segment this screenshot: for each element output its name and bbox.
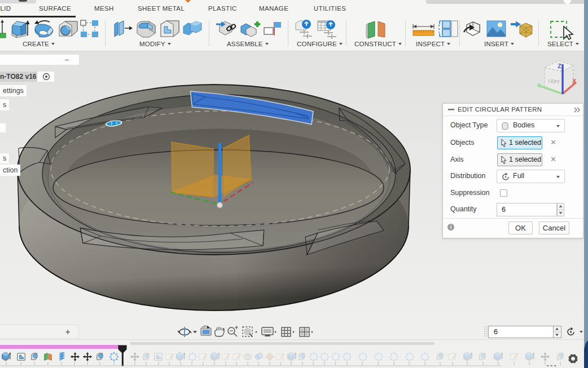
svg-text:X: X: [572, 78, 577, 85]
svg-text:Y: Y: [537, 82, 542, 89]
svg-text:Z: Z: [558, 63, 561, 69]
